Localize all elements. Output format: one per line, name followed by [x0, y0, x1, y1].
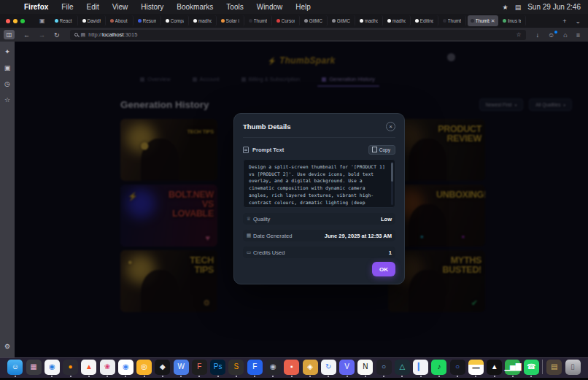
- dock-app-icon[interactable]: F: [247, 360, 263, 375]
- dock-app-icon[interactable]: ◉: [266, 360, 281, 375]
- dock-app[interactable]: ◈: [303, 360, 318, 377]
- dock-app-icon[interactable]: ◎: [136, 360, 152, 375]
- dock-app-icon[interactable]: ▲: [81, 360, 96, 375]
- sidebar-toggle-button[interactable]: ◫: [4, 30, 15, 39]
- menubar-status-icon[interactable]: ★: [503, 4, 508, 11]
- browser-tab[interactable]: linus te: [500, 15, 526, 26]
- dock-app[interactable]: V: [339, 360, 355, 377]
- dock-app[interactable]: ▁▅▇: [505, 360, 520, 377]
- dock-app-icon[interactable]: ▦: [26, 360, 42, 375]
- menubar-clock[interactable]: Sun 29 Jun 2:46: [527, 3, 581, 11]
- tab-overview-icon[interactable]: ▣: [39, 18, 45, 24]
- browser-tab[interactable]: GitMCP: [329, 15, 355, 26]
- menubar-item[interactable]: Edit: [80, 3, 105, 11]
- prompt-scrollbar[interactable]: [391, 162, 393, 205]
- dock-app-icon[interactable]: ▯: [565, 360, 581, 375]
- dock-app[interactable]: ◉: [118, 360, 134, 377]
- sidebar-tool-icon[interactable]: ☆: [4, 97, 10, 104]
- dock-app-icon[interactable]: ▬: [468, 360, 484, 375]
- dock-app[interactable]: ▤: [546, 360, 562, 377]
- dock-app[interactable]: ◉: [266, 360, 281, 377]
- dock-app-icon[interactable]: V: [339, 360, 355, 375]
- menubar-item[interactable]: File: [55, 3, 80, 11]
- dock-app[interactable]: ▬: [468, 360, 484, 377]
- back-button[interactable]: ←: [19, 31, 34, 39]
- prompt-textarea[interactable]: Design a split-screen thumbnail for '[PR…: [243, 159, 395, 208]
- dock-app-icon[interactable]: ▤: [546, 360, 562, 375]
- dock-app-icon[interactable]: ☺: [7, 360, 23, 375]
- dock-app[interactable]: ●: [63, 360, 78, 377]
- forward-button[interactable]: →: [34, 31, 50, 39]
- page-info-icon[interactable]: ▤: [81, 32, 86, 38]
- zoom-window-button[interactable]: [20, 19, 25, 23]
- dock-app[interactable]: [542, 360, 543, 376]
- menubar-item[interactable]: History: [134, 3, 170, 11]
- dock-app-icon[interactable]: S: [228, 360, 244, 375]
- browser-tab[interactable]: Cursor /: [274, 15, 300, 26]
- url-bar[interactable]: ▤ http://localhost:3015 ☆: [70, 30, 526, 40]
- browser-tab[interactable]: DavidH: [80, 15, 106, 26]
- dock-app[interactable]: ❀: [100, 360, 115, 377]
- dock-app-icon[interactable]: △: [395, 360, 410, 375]
- dock-app[interactable]: ▲: [81, 360, 96, 377]
- dock-app-icon[interactable]: ◆: [155, 360, 170, 375]
- dock-app-icon[interactable]: ♪: [431, 360, 446, 375]
- dock-app-icon[interactable]: ○: [376, 360, 392, 375]
- browser-tab[interactable]: madhou: [357, 15, 383, 26]
- dock-app-icon[interactable]: ◉: [45, 360, 60, 375]
- dock-app[interactable]: ◎: [136, 360, 152, 377]
- dock-app[interactable]: ○: [376, 360, 392, 377]
- dock-app-icon[interactable]: ❀: [100, 360, 115, 375]
- dock-app[interactable]: ◆: [155, 360, 170, 377]
- menubar-item[interactable]: Window: [250, 3, 290, 11]
- extensions-icon[interactable]: ⌂: [559, 31, 571, 39]
- downloads-icon[interactable]: ↓: [532, 31, 544, 39]
- menubar-item[interactable]: Help: [289, 3, 317, 11]
- dock-app[interactable]: N: [357, 360, 373, 377]
- dock-app[interactable]: ▪: [284, 360, 299, 377]
- dock-app-icon[interactable]: ○: [450, 360, 465, 375]
- copy-button[interactable]: Copy: [368, 145, 395, 155]
- browser-tab[interactable]: Thumbsp ✕: [468, 15, 498, 26]
- dock-app-icon[interactable]: ☎: [524, 360, 539, 375]
- dock-app-icon[interactable]: ↻: [321, 360, 336, 375]
- browser-tab[interactable]: Resum: [135, 15, 161, 26]
- browser-tab[interactable]: madho: [190, 15, 217, 26]
- sidebar-tool-icon[interactable]: ✦: [4, 49, 10, 55]
- dock-app[interactable]: ☺: [7, 360, 23, 377]
- dock-app[interactable]: ☎: [524, 360, 539, 377]
- scrollbar-thumb[interactable]: [391, 163, 393, 182]
- dock-app-icon[interactable]: ◈: [303, 360, 318, 375]
- tab-list-dropdown-icon[interactable]: ⌄: [570, 18, 585, 25]
- browser-tab[interactable]: Thumbspark: [440, 15, 466, 26]
- menubar-item[interactable]: Firefox: [18, 3, 55, 11]
- dock-app[interactable]: ▲: [487, 360, 502, 377]
- dock-app[interactable]: F: [247, 360, 263, 377]
- dock-app-icon[interactable]: ▲: [487, 360, 502, 375]
- dock-app-icon[interactable]: ▁▅▇: [505, 360, 520, 375]
- menu-hamburger-icon[interactable]: ≡: [572, 31, 584, 39]
- close-icon[interactable]: ×: [386, 122, 395, 131]
- browser-tab[interactable]: Thumbspark: [246, 15, 272, 26]
- dock-app-icon[interactable]: [542, 360, 543, 374]
- sidebar-tool-icon[interactable]: ▣: [4, 65, 11, 71]
- browser-tab[interactable]: Compa: [163, 15, 189, 26]
- ok-button[interactable]: OK: [372, 262, 395, 276]
- dock-app-icon[interactable]: N: [357, 360, 373, 375]
- dock-app[interactable]: △: [395, 360, 410, 377]
- new-tab-button[interactable]: +: [558, 18, 570, 25]
- dock-app[interactable]: ↻: [321, 360, 336, 377]
- sidebar-settings-gear-icon[interactable]: ⚙: [4, 344, 10, 350]
- minimize-window-button[interactable]: [13, 19, 18, 23]
- browser-tab[interactable]: Editing: [412, 15, 438, 26]
- browser-tab[interactable]: React E: [52, 15, 78, 26]
- browser-tab[interactable]: GitMCP: [301, 15, 328, 26]
- menubar-item[interactable]: Bookmarks: [170, 3, 220, 11]
- bookmark-star-icon[interactable]: ☆: [516, 31, 521, 38]
- dock-app[interactable]: ♪: [431, 360, 446, 377]
- menubar-item[interactable]: Tools: [220, 3, 249, 11]
- menubar-status-icon[interactable]: ▤: [515, 4, 522, 11]
- sidebar-tool-icon[interactable]: ◷: [4, 81, 10, 88]
- dock-app[interactable]: F: [192, 360, 207, 377]
- dock-app-icon[interactable]: F: [192, 360, 207, 375]
